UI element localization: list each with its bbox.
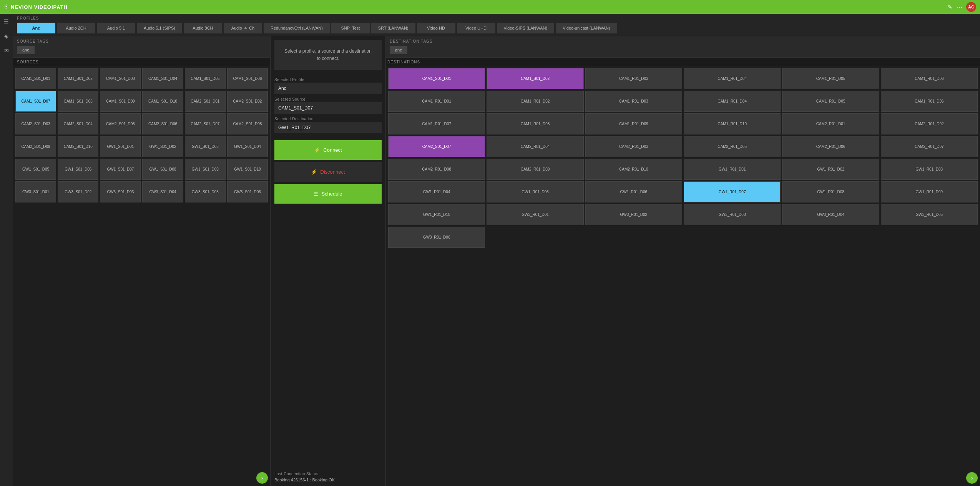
- dest-item[interactable]: CAM1_R01_D09: [585, 113, 682, 134]
- source-item[interactable]: CAM1_S01_D07: [15, 91, 56, 112]
- profile-tab-audio4ch[interactable]: Audio_4_Ch: [224, 23, 262, 33]
- source-item[interactable]: GW1_S01_D04: [227, 136, 268, 157]
- dest-item[interactable]: CAM1_R01_D03: [585, 91, 682, 112]
- dest-item[interactable]: CAM1_R01_D03: [585, 68, 682, 89]
- profile-tab-snptest[interactable]: SNP_Test: [331, 23, 370, 33]
- source-item[interactable]: CAM2_S01_D09: [15, 136, 56, 157]
- avatar[interactable]: AC: [966, 2, 976, 12]
- source-item[interactable]: GW3_S01_D04: [142, 181, 183, 202]
- profile-tab-videouhd[interactable]: Video UHD: [457, 23, 495, 33]
- dest-item[interactable]: GW3_R01_D05: [881, 204, 978, 225]
- source-item[interactable]: CAM1_S01_D08: [58, 91, 98, 112]
- profile-tab-audio51sips[interactable]: Audio 5.1 (SIPS): [137, 23, 182, 33]
- sidebar-icon-messages[interactable]: ✉: [3, 46, 10, 55]
- source-item[interactable]: GW3_S01_D03: [100, 181, 141, 202]
- source-item[interactable]: GW1_S01_D09: [185, 159, 226, 180]
- dest-item[interactable]: GW1_R01_D07: [684, 181, 781, 202]
- profile-tab-videosips[interactable]: Video-SIPS (LANWAN): [497, 23, 555, 33]
- dest-item[interactable]: CAM1_R01_D02: [487, 91, 583, 112]
- dest-item[interactable]: GW3_R01_D04: [782, 204, 879, 225]
- dest-item[interactable]: GW3_R01_D02: [585, 204, 682, 225]
- dest-item[interactable]: CAM2_R01_D10: [585, 159, 682, 180]
- dest-item[interactable]: CAM2_R01_D07: [881, 136, 978, 157]
- dest-item[interactable]: CAM2_R01_D01: [782, 113, 879, 134]
- dest-item[interactable]: CAM2_R01_D09: [487, 159, 583, 180]
- profile-tab-audio51[interactable]: Audio 5.1: [97, 23, 135, 33]
- source-item[interactable]: GW1_S01_D10: [227, 159, 268, 180]
- profile-tab-audio2ch[interactable]: Audio 2CH: [57, 23, 95, 33]
- source-item[interactable]: CAM1_S01_D04: [142, 68, 183, 89]
- dest-item[interactable]: CAM1_R01_D07: [388, 113, 485, 134]
- dest-item[interactable]: CAM1_R01_D06: [881, 68, 978, 89]
- source-item[interactable]: GW3_S01_D01: [15, 181, 56, 202]
- source-item[interactable]: CAM1_S01_D10: [142, 91, 183, 112]
- dest-item[interactable]: GW1_R01_D08: [782, 181, 879, 202]
- source-item[interactable]: GW1_S01_D01: [100, 136, 141, 157]
- dest-item[interactable]: CAM1_S01_D01: [388, 68, 485, 89]
- dest-item[interactable]: CAM1_R01_D08: [487, 113, 583, 134]
- source-item[interactable]: CAM1_S01_D03: [100, 68, 141, 89]
- dest-item[interactable]: GW1_R01_D04: [388, 181, 485, 202]
- dest-item[interactable]: CAM1_R01_D04: [684, 91, 781, 112]
- dest-item[interactable]: CAM2_R01_D05: [684, 136, 781, 157]
- dest-item[interactable]: CAM2_R01_D04: [487, 136, 583, 157]
- profile-tab-redundancy[interactable]: RedundancyCtrl (LANWAN): [264, 23, 330, 33]
- connect-button[interactable]: ⚡ Connect: [274, 140, 382, 160]
- source-item[interactable]: CAM1_S01_D06: [227, 68, 268, 89]
- dest-item[interactable]: GW3_R01_D03: [684, 204, 781, 225]
- dest-item[interactable]: CAM2_R01_D06: [782, 136, 879, 157]
- dest-item[interactable]: CAM2_S01_D07: [388, 136, 485, 157]
- profile-tab-srtlanwan[interactable]: SRT (LANWAN): [371, 23, 415, 33]
- source-item[interactable]: CAM2_S01_D04: [58, 113, 98, 134]
- source-item[interactable]: GW1_S01_D05: [15, 159, 56, 180]
- sidebar-icon-routing[interactable]: ◈: [3, 32, 10, 41]
- dest-item[interactable]: GW1_R01_D02: [782, 159, 879, 180]
- dest-item[interactable]: GW1_R01_D06: [585, 181, 682, 202]
- more-options-icon[interactable]: ⋯: [956, 3, 962, 11]
- source-item[interactable]: CAM2_S01_D02: [227, 91, 268, 112]
- profile-tab-videohd[interactable]: Video HD: [417, 23, 455, 33]
- dest-item[interactable]: GW1_R01_D01: [684, 159, 781, 180]
- source-item[interactable]: CAM1_S01_D01: [15, 68, 56, 89]
- dest-item[interactable]: CAM1_R01_D05: [782, 91, 879, 112]
- source-item[interactable]: CAM1_S01_D09: [100, 91, 141, 112]
- source-item[interactable]: GW3_S01_D06: [227, 181, 268, 202]
- disconnect-button[interactable]: ⚡ Disconnect: [274, 162, 382, 182]
- source-item[interactable]: CAM2_S01_D08: [227, 113, 268, 134]
- dest-item[interactable]: CAM1_R01_D04: [684, 68, 781, 89]
- profile-tab-videounicast[interactable]: Video-unicast (LANWAN): [556, 23, 617, 33]
- dest-item[interactable]: CAM2_R01_D03: [585, 136, 682, 157]
- source-tag-anc[interactable]: anc: [17, 46, 35, 54]
- source-item[interactable]: GW1_S01_D06: [58, 159, 98, 180]
- dest-tag-anc[interactable]: anc: [390, 46, 407, 54]
- source-item[interactable]: GW1_S01_D07: [100, 159, 141, 180]
- dest-item[interactable]: GW1_R01_D05: [487, 181, 583, 202]
- source-item[interactable]: GW3_S01_D02: [58, 181, 98, 202]
- source-item[interactable]: GW1_S01_D03: [185, 136, 226, 157]
- dest-item[interactable]: GW1_R01_D10: [388, 204, 485, 225]
- schedule-button[interactable]: ☰ Schedule: [274, 184, 382, 204]
- dest-item[interactable]: CAM1_S01_D02: [487, 68, 583, 89]
- source-item[interactable]: CAM2_S01_D01: [185, 91, 226, 112]
- grid-icon[interactable]: ⠿: [4, 4, 8, 10]
- pencil-icon[interactable]: ✎: [948, 4, 952, 10]
- profile-tab-anc[interactable]: Anc: [17, 23, 55, 33]
- source-item[interactable]: CAM1_S01_D05: [185, 68, 226, 89]
- dest-item[interactable]: CAM2_R01_D02: [881, 113, 978, 134]
- source-item[interactable]: CAM2_S01_D03: [15, 113, 56, 134]
- source-item[interactable]: CAM1_S01_D02: [58, 68, 98, 89]
- dest-item[interactable]: CAM1_R01_D05: [782, 68, 879, 89]
- dest-item[interactable]: CAM1_R01_D10: [684, 113, 781, 134]
- dest-item[interactable]: GW3_R01_D01: [487, 204, 583, 225]
- profile-tab-audio8ch[interactable]: Audio 8CH: [184, 23, 222, 33]
- source-item[interactable]: CAM2_S01_D05: [100, 113, 141, 134]
- source-item[interactable]: GW3_S01_D05: [185, 181, 226, 202]
- source-item[interactable]: GW1_S01_D08: [142, 159, 183, 180]
- dest-item[interactable]: GW1_R01_D09: [881, 181, 978, 202]
- dest-item[interactable]: CAM1_R01_D01: [388, 91, 485, 112]
- source-scroll-next[interactable]: ›: [256, 472, 268, 484]
- dest-item[interactable]: GW3_R01_D06: [388, 227, 485, 248]
- dest-item[interactable]: CAM1_R01_D06: [881, 91, 978, 112]
- dest-item[interactable]: GW1_R01_D03: [881, 159, 978, 180]
- source-item[interactable]: CAM2_S01_D10: [58, 136, 98, 157]
